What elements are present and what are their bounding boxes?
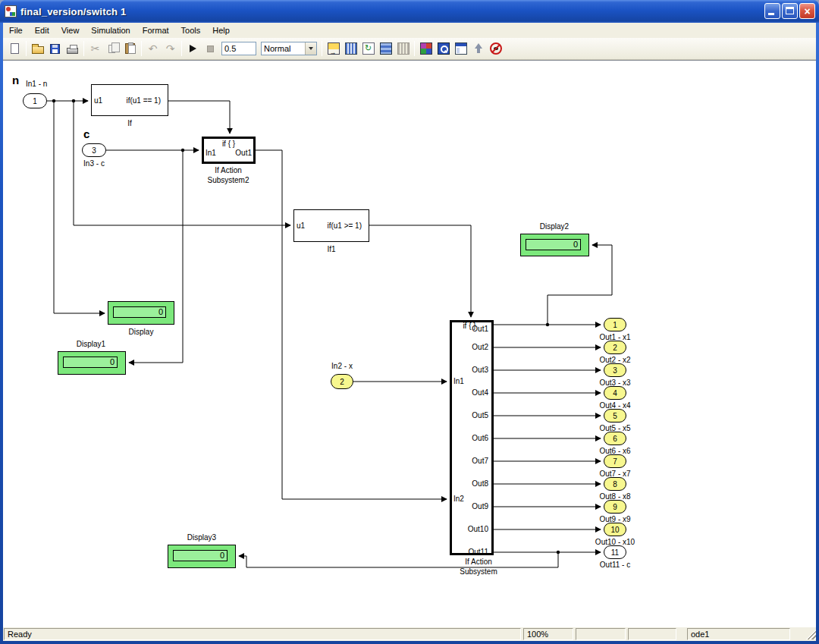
model-canvas[interactable]: n In1 - n 1 c 3 In3 - c In2 - x 2 u1 if(… [3,60,816,627]
outport4-block[interactable]: 4 [604,386,626,400]
outport3-block[interactable]: 3 [604,363,626,377]
display3-block[interactable]: 0 [168,545,236,568]
outport7-block[interactable]: 7 [604,454,626,468]
display-block[interactable]: 0 [108,301,174,325]
model-explorer-button[interactable] [452,40,469,57]
window-title: final_version/switch 1 [20,6,127,17]
subsystem-out2-label: Out2 [450,343,491,351]
combo-dropdown-button[interactable] [305,42,316,55]
toolbar: ✂ ↶ ↷ Normal ↻ [3,38,816,60]
resize-grip[interactable] [806,630,816,639]
debug-disabled-button[interactable] [487,40,504,57]
open-model-button[interactable] [29,40,46,57]
outport10-block[interactable]: 10 [604,523,626,536]
minimize-button[interactable] [764,3,780,19]
menu-bar: File Edit View Simulation Format Tools H… [3,23,816,38]
subsystem-name-line2: Subsystem [448,567,509,576]
toggle-fence-button[interactable] [342,40,359,57]
display2-block[interactable]: 0 [520,234,589,256]
outport5-block[interactable]: 5 [604,409,626,423]
new-file-icon [11,43,19,54]
menu-item-format[interactable]: Format [136,23,175,38]
if-block[interactable]: u1 if(u1 == 1) [91,84,168,116]
menu-item-help[interactable]: Help [206,23,236,38]
toolbar-separator [414,41,415,56]
display1-name: Display1 [68,340,114,348]
find-button[interactable] [435,40,452,57]
menu-item-edit[interactable]: Edit [29,23,55,38]
close-button[interactable]: × [799,3,815,19]
copy-icon [108,45,115,53]
maximize-icon [786,7,794,14]
inport1-block[interactable]: 1 [23,93,47,108]
subsystem-out11-label: Out11 [450,548,491,556]
save-model-button[interactable] [46,40,64,57]
sim-stop-time-input[interactable] [221,42,256,55]
cut-button[interactable]: ✂ [86,40,104,57]
redo-button[interactable]: ↷ [162,40,179,57]
inport3-label: In3 - c [71,159,117,168]
undo-arrow-icon: ↶ [149,43,158,54]
update-diagram-button[interactable]: ↻ [359,40,377,57]
toolbar-separator [322,41,322,56]
inport3-block[interactable]: 3 [82,143,106,157]
stop-simulation-button[interactable] [202,40,219,57]
maximize-button[interactable] [782,3,798,19]
if-block-condition: if(u1 == 1) [126,96,161,105]
subsystem-out5-label: Out5 [450,411,491,419]
if-action-subsystem2-block[interactable]: if { } In1 Out1 [202,137,256,164]
new-model-button[interactable] [6,40,24,57]
outport6-block[interactable]: 6 [604,432,626,445]
simulink-window: final_version/switch 1 × File Edit View … [0,0,819,644]
minimize-icon [768,13,774,15]
paste-button[interactable] [121,40,139,57]
toolbar-separator [181,41,182,56]
outport2-block[interactable]: 2 [604,341,626,354]
menu-item-simulation[interactable]: Simulation [85,23,136,38]
copy-button[interactable] [104,40,121,57]
chevron-down-icon [309,47,313,50]
start-simulation-button[interactable] [184,40,202,57]
display-value: 0 [113,306,166,318]
inport2-block[interactable]: 2 [331,374,353,389]
no-debug-icon [490,42,502,55]
menu-item-tools[interactable]: Tools [175,23,207,38]
annotation-c[interactable]: c [83,127,89,140]
explorer-window-icon [455,42,467,55]
up-arrow-icon [472,42,485,55]
annotation-n[interactable]: n [12,74,19,86]
play-icon [190,45,196,52]
outport1-block[interactable]: 1 [604,318,626,331]
display1-value: 0 [63,357,118,368]
sim-mode-select[interactable]: Normal [261,42,317,55]
display3-value: 0 [173,550,228,561]
library-blocks-icon [420,42,432,55]
save-floppy-icon [50,44,60,54]
open-folder-icon [32,46,44,54]
outport11-block[interactable]: 11 [604,545,626,559]
if1-block-name: If1 [309,245,354,253]
display1-block[interactable]: 0 [58,351,126,375]
zoom-level-panel: 100% [523,628,573,640]
scissors-icon: ✂ [91,43,100,54]
outport9-block[interactable]: 9 [604,500,626,514]
subsystem2-in1-label: In1 [206,149,216,157]
simulink-model-icon [5,5,17,17]
go-to-parent-button[interactable] [469,40,487,57]
if1-block[interactable]: u1 if(u1 >= 1) [293,209,369,242]
menu-item-file[interactable]: File [3,23,29,38]
undo-button[interactable]: ↶ [144,40,162,57]
display-name: Display [118,328,164,336]
outport8-block[interactable]: 8 [604,477,626,491]
menu-item-view[interactable]: View [55,23,86,38]
build-all-button[interactable] [377,40,394,57]
subsystem-out8-label: Out8 [450,479,491,488]
refresh-page-icon: ↻ [362,42,375,55]
print-button[interactable] [64,40,81,57]
subsystem-name-line1: If Action [448,558,509,566]
magnifier-icon [438,42,450,55]
model-browser-icon [328,42,340,55]
subsystem-out10-label: Out10 [450,525,491,533]
model-browser-button[interactable] [325,40,342,57]
library-browser-button[interactable] [417,40,435,57]
